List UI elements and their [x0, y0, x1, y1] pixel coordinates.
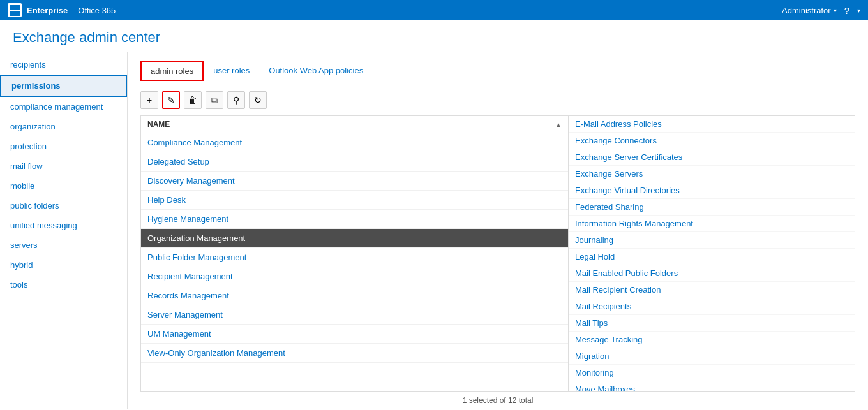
sidebar-item-organization[interactable]: organization — [0, 117, 127, 136]
right-list-item[interactable]: Monitoring — [569, 365, 855, 381]
row-label: Discovery Management — [147, 176, 235, 186]
table-row[interactable]: UM Management — [141, 325, 568, 344]
row-label: Public Folder Management — [147, 253, 246, 262]
table-row[interactable]: Recipient Management — [141, 267, 568, 286]
page-title: Exchange admin center — [0, 20, 868, 52]
toolbar: + ✎ 🗑 ⧉ ⚲ ↻ — [140, 91, 855, 109]
sidebar-item-protection[interactable]: protection — [0, 136, 127, 156]
help-button[interactable]: ? — [844, 5, 849, 16]
status-bar: 1 selected of 12 total — [140, 392, 855, 409]
right-list-item[interactable]: Federated Sharing — [569, 199, 855, 216]
right-list-item[interactable]: Mail Tips — [569, 315, 855, 332]
table-row[interactable]: Delegated Setup — [141, 152, 568, 172]
table-row[interactable]: Public Folder Management — [141, 248, 568, 267]
topbar-office365: Office 365 — [78, 6, 116, 15]
status-text: 1 selected of 12 total — [463, 396, 534, 405]
row-label: Help Desk — [147, 195, 186, 205]
table-row[interactable]: Organization Management — [141, 229, 568, 248]
search-button[interactable]: ⚲ — [227, 91, 245, 109]
sidebar-item-compliance-management[interactable]: compliance management — [0, 97, 127, 117]
sidebar-item-recipients[interactable]: recipients — [0, 55, 127, 75]
sidebar-item-hybrid[interactable]: hybrid — [0, 255, 127, 275]
sort-icon[interactable]: ▲ — [555, 121, 562, 128]
tab-bar: admin rolesuser rolesOutlook Web App pol… — [140, 52, 855, 81]
right-list-item[interactable]: Message Tracking — [569, 332, 855, 348]
right-list-item[interactable]: Mail Recipients — [569, 298, 855, 315]
row-label: Records Management — [147, 291, 229, 300]
topbar-right: Administrator ▾ ? ▾ — [782, 5, 860, 16]
sidebar-item-servers[interactable]: servers — [0, 235, 127, 255]
column-name: NAME — [147, 120, 170, 129]
right-list-item[interactable]: Journaling — [569, 232, 855, 249]
tab-admin-roles[interactable]: admin roles — [140, 61, 204, 81]
topbar: Enterprise Office 365 Administrator ▾ ? … — [0, 0, 868, 20]
row-label: Recipient Management — [147, 272, 233, 281]
table-row[interactable]: Help Desk — [141, 191, 568, 210]
table-row[interactable]: View-Only Organization Management — [141, 344, 568, 363]
right-list-item[interactable]: Move Mailboxes — [569, 381, 855, 391]
sidebar-item-unified-messaging[interactable]: unified messaging — [0, 216, 127, 235]
table-row[interactable]: Discovery Management — [141, 172, 568, 191]
right-list-item[interactable]: Legal Hold — [569, 249, 855, 265]
row-label: Server Management — [147, 310, 223, 319]
tab-owa-policies[interactable]: Outlook Web App policies — [259, 61, 373, 81]
admin-chevron-icon: ▾ — [834, 7, 837, 14]
sidebar-item-mail-flow[interactable]: mail flow — [0, 156, 127, 176]
row-label: Hygiene Management — [147, 214, 228, 224]
table-row[interactable]: Hygiene Management — [141, 210, 568, 229]
table-row[interactable]: Records Management — [141, 286, 568, 305]
main-content: admin rolesuser rolesOutlook Web App pol… — [128, 52, 868, 409]
add-button[interactable]: + — [140, 91, 158, 109]
row-label: View-Only Organization Management — [147, 348, 285, 358]
right-list-item[interactable]: Mail Recipient Creation — [569, 282, 855, 298]
refresh-button[interactable]: ↻ — [249, 91, 267, 109]
tab-user-roles[interactable]: user roles — [204, 61, 259, 81]
table-container: NAME ▲ Compliance ManagementDelegated Se… — [140, 115, 855, 392]
right-list-item[interactable]: Exchange Connectors — [569, 133, 855, 149]
row-label: Compliance Management — [147, 138, 242, 147]
table-header: NAME ▲ — [141, 116, 568, 133]
topbar-chevron-icon: ▾ — [857, 7, 860, 14]
app-logo — [8, 3, 22, 17]
row-label: Organization Management — [147, 233, 245, 243]
right-list-item[interactable]: Mail Enabled Public Folders — [569, 265, 855, 282]
right-panel: E-Mail Address PoliciesExchange Connecto… — [569, 116, 855, 391]
table-rows: Compliance ManagementDelegated SetupDisc… — [141, 133, 568, 391]
svg-rect-3 — [15, 11, 20, 16]
admin-label: Administrator — [782, 6, 831, 15]
svg-rect-1 — [15, 5, 20, 10]
right-list-item[interactable]: Exchange Server Certificates — [569, 149, 855, 166]
right-list-item[interactable]: Information Rights Management — [569, 216, 855, 232]
edit-button[interactable]: ✎ — [162, 91, 180, 109]
right-list-item[interactable]: Exchange Servers — [569, 166, 855, 182]
main-layout: recipientspermissionscompliance manageme… — [0, 52, 868, 409]
right-list-item[interactable]: E-Mail Address Policies — [569, 116, 855, 133]
table-row[interactable]: Server Management — [141, 305, 568, 325]
row-label: Delegated Setup — [147, 157, 209, 166]
sidebar: recipientspermissionscompliance manageme… — [0, 52, 128, 409]
copy-button[interactable]: ⧉ — [206, 91, 223, 109]
right-list-item[interactable]: Exchange Virtual Directories — [569, 182, 855, 199]
sidebar-item-tools[interactable]: tools — [0, 275, 127, 295]
table-row[interactable]: Compliance Management — [141, 133, 568, 152]
svg-rect-0 — [10, 5, 15, 10]
sidebar-item-mobile[interactable]: mobile — [0, 176, 127, 196]
svg-rect-2 — [10, 11, 15, 16]
right-list-item[interactable]: Migration — [569, 348, 855, 365]
row-label: UM Management — [147, 329, 211, 339]
sidebar-item-public-folders[interactable]: public folders — [0, 196, 127, 216]
admin-menu[interactable]: Administrator ▾ — [782, 6, 837, 15]
sidebar-item-permissions[interactable]: permissions — [0, 75, 127, 97]
delete-button[interactable]: 🗑 — [184, 91, 202, 109]
topbar-enterprise: Enterprise — [27, 6, 68, 15]
table-left-panel: NAME ▲ Compliance ManagementDelegated Se… — [141, 116, 569, 391]
